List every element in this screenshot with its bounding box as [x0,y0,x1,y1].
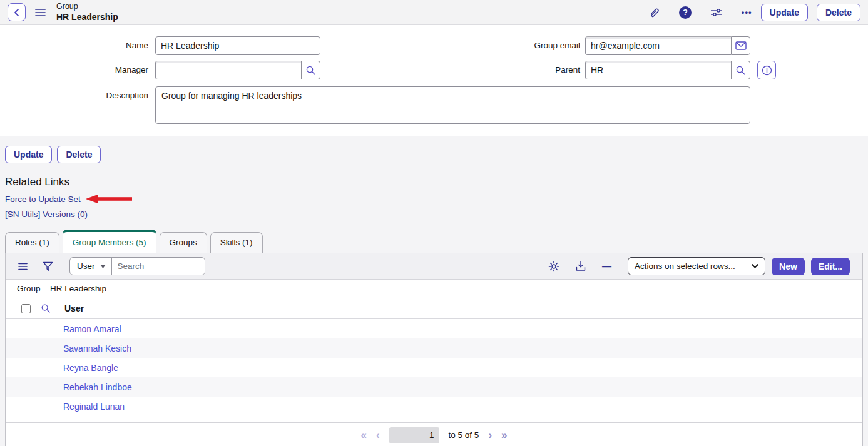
group-form: Name Manager Group email Parent [0,25,868,136]
table-row[interactable]: Reginald Lunan [6,397,862,416]
related-list-tabs: Roles (1) Group Members (5) Groups Skill… [5,230,863,253]
list-header-row: User [6,298,862,319]
table-row[interactable]: Reyna Bangle [6,358,862,377]
list-toolbar: User [6,253,862,280]
parent-lookup-button[interactable] [731,61,750,79]
help-icon[interactable]: ? [679,6,692,19]
description-label: Description [73,86,148,105]
delete-button-header[interactable]: Delete [817,4,860,21]
first-page-icon[interactable]: « [360,430,366,440]
name-label: Name [73,36,148,55]
list-search-group: User [69,257,205,275]
caret-down-icon [100,265,106,268]
chevron-down-icon [752,264,758,268]
row-range-label: to 5 of 5 [449,430,479,440]
search-field-dropdown[interactable]: User [70,258,112,275]
description-field[interactable]: Group for managing HR leaderships [155,86,750,124]
attachment-paperclip-icon[interactable] [648,6,660,19]
breadcrumb-filter-text[interactable]: Group = HR Leadership [17,284,106,293]
user-link[interactable]: Savannah Kesich [63,343,131,353]
parent-label: Parent [505,61,580,79]
export-download-icon[interactable] [576,261,586,271]
tab-groups[interactable]: Groups [160,232,207,253]
delete-button-footer[interactable]: Delete [57,146,101,163]
related-links-heading: Related Links [5,176,863,188]
personalize-sliders-icon[interactable] [710,8,723,18]
info-icon [762,65,772,76]
tab-roles[interactable]: Roles (1) [5,232,59,253]
record-type-label: Group [56,2,118,12]
last-page-icon[interactable]: » [501,430,507,440]
list-settings-gear-icon[interactable] [548,261,559,272]
update-button-header[interactable]: Update [761,4,808,21]
edit-button[interactable]: Edit... [811,258,850,275]
manager-lookup-button[interactable] [301,61,320,79]
name-field[interactable] [155,36,320,55]
search-icon [305,65,316,76]
group-email-field[interactable] [585,36,731,55]
list-context-menu-icon[interactable] [18,263,28,270]
filter-funnel-icon[interactable] [43,261,53,271]
list-pagination: « ‹ to 5 of 5 › » [6,422,862,446]
tab-skills[interactable]: Skills (1) [210,232,263,253]
manager-field[interactable] [155,61,301,79]
form-header-bar: Group HR Leadership ? ••• Update Delete [0,0,868,25]
previous-page-icon[interactable]: ‹ [376,430,380,440]
related-link-sn-utils-versions[interactable]: [SN Utils] Versions (0) [5,210,88,219]
context-menu-icon[interactable] [35,8,46,17]
table-row[interactable]: Savannah Kesich [6,338,862,358]
form-lower-section: Update Delete Related Links Force to Upd… [0,136,868,446]
chevron-left-icon [12,8,22,18]
manager-label: Manager [73,61,148,79]
current-page-input[interactable] [389,427,439,443]
group-members-list: User [5,253,863,446]
update-button-footer[interactable]: Update [5,146,52,163]
envelope-icon [735,41,747,50]
record-name-label: HR Leadership [56,12,118,23]
user-link[interactable]: Reginald Lunan [63,402,125,412]
actions-dropdown[interactable]: Actions on selected rows... [628,257,765,275]
search-icon [735,65,746,76]
more-options-icon[interactable]: ••• [742,8,752,17]
email-button[interactable] [731,36,750,55]
parent-preview-button[interactable] [757,61,776,79]
next-page-icon[interactable]: › [488,430,492,440]
new-button[interactable]: New [772,258,805,275]
related-link-force-update-set[interactable]: Force to Update Set [5,195,81,204]
user-link[interactable]: Ramon Amaral [63,324,121,334]
tab-group-members[interactable]: Group Members (5) [63,230,156,253]
collapse-list-icon[interactable]: — [602,261,611,271]
parent-field[interactable] [585,61,731,79]
list-breadcrumb: Group = HR Leadership [6,280,862,298]
red-arrow-annotation [86,194,133,204]
list-search-input[interactable] [112,258,205,275]
table-row[interactable]: Ramon Amaral [6,319,862,338]
record-title: Group HR Leadership [56,2,118,23]
group-email-label: Group email [505,36,580,55]
column-search-icon[interactable] [41,303,51,313]
table-row[interactable]: Rebekah Lindboe [6,377,862,397]
user-link[interactable]: Reyna Bangle [63,363,118,373]
select-all-checkbox[interactable] [21,304,31,313]
user-link[interactable]: Rebekah Lindboe [63,382,132,392]
column-header-user[interactable]: User [64,303,84,313]
back-button[interactable] [8,3,26,21]
